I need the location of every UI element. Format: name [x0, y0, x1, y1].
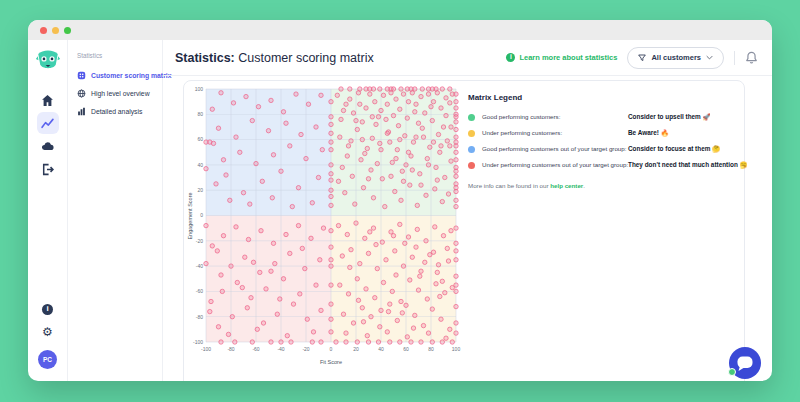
svg-text:-60: -60 [252, 346, 259, 352]
svg-text:-100: -100 [201, 346, 211, 352]
legend-row-under-out-of-target: Under performing customers out of your t… [468, 161, 736, 169]
more-info-text: More info can be found in our help cente… [468, 182, 736, 189]
legend-row-under-performing: Under performing customers: Be Aware! 🔥 [468, 129, 736, 137]
sidebar-item-customer-scoring-matrix[interactable]: Customer scoring matrix [77, 71, 162, 80]
info-button[interactable]: i [37, 298, 59, 320]
desktop-background: i ⚙ PC Statistics Customer scoring matri… [0, 0, 800, 402]
x-axis-label: Fit Score [320, 359, 342, 365]
svg-text:40: 40 [197, 162, 203, 168]
app-logo-icon [35, 47, 61, 73]
svg-text:20: 20 [353, 346, 359, 352]
svg-text:-80: -80 [196, 314, 203, 320]
sidebar-item-label: Customer scoring matrix [91, 72, 171, 79]
cloud-icon [41, 140, 54, 153]
info-circle-icon: i [506, 53, 515, 62]
settings-button[interactable]: ⚙ [37, 321, 59, 343]
yellow-dot-icon [468, 130, 475, 137]
icon-rail: i ⚙ PC [28, 40, 68, 381]
sidebar-item-high-level-overview[interactable]: High level overview [77, 89, 162, 98]
bell-icon[interactable] [745, 51, 758, 64]
user-avatar[interactable]: PC [38, 350, 57, 369]
info-icon: i [42, 304, 53, 315]
chevron-down-icon [706, 55, 713, 60]
svg-text:-40: -40 [277, 346, 284, 352]
matrix-icon [77, 71, 86, 80]
red-dot-icon [468, 162, 475, 169]
page-title: Statistics: Customer scoring matrix [175, 51, 374, 65]
scatter-chart: -100-80-60-40-20020406080100-100-80-60-4… [186, 83, 486, 379]
legend-row-good-out-of-target: Good performing customers out of your ta… [468, 145, 736, 153]
statistics-sidebar: Statistics Customer scoring matrix High … [68, 40, 163, 381]
svg-text:80: 80 [428, 346, 434, 352]
blue-dot-icon [468, 146, 475, 153]
page-header: Statistics: Customer scoring matrix i Le… [163, 40, 772, 76]
svg-text:0: 0 [200, 212, 203, 218]
sidebar-section-label: Statistics [77, 52, 162, 59]
traffic-light-close[interactable] [40, 27, 47, 34]
sidebar-item-label: Detailed analysis [91, 108, 142, 115]
svg-text:60: 60 [403, 346, 409, 352]
legend-title: Matrix Legend [468, 93, 736, 102]
svg-text:100: 100 [452, 346, 461, 352]
funnel-icon [638, 54, 646, 62]
online-status-dot [728, 368, 736, 376]
svg-text:-40: -40 [196, 263, 203, 269]
legend-row-good-performing: Good performing customers: Consider to u… [468, 113, 736, 121]
chat-widget-button[interactable] [728, 346, 762, 380]
sidebar-item-label: High level overview [91, 90, 150, 97]
export-icon [41, 163, 54, 176]
svg-text:100: 100 [195, 86, 204, 92]
sidebar-item-detailed-analysis[interactable]: Detailed analysis [77, 107, 162, 116]
svg-text:40: 40 [378, 346, 384, 352]
traffic-light-minimize[interactable] [52, 27, 59, 34]
bar-chart-icon [77, 107, 86, 116]
svg-text:-100: -100 [193, 339, 203, 345]
svg-text:-80: -80 [227, 346, 234, 352]
home-icon [41, 94, 54, 107]
svg-text:80: 80 [197, 111, 203, 117]
window-titlebar [28, 20, 772, 40]
main-area: Statistics: Customer scoring matrix i Le… [163, 40, 772, 381]
customer-filter-label: All customers [651, 53, 701, 62]
scatter-plot-svg[interactable]: -100-80-60-40-20020406080100-100-80-60-4… [186, 83, 486, 375]
svg-text:-20: -20 [302, 346, 309, 352]
svg-text:0: 0 [330, 346, 333, 352]
header-divider [734, 51, 735, 65]
green-dot-icon [468, 114, 475, 121]
analytics-button[interactable] [37, 112, 59, 134]
svg-text:60: 60 [197, 136, 203, 142]
export-button[interactable] [37, 158, 59, 180]
matrix-card: -100-80-60-40-20020406080100-100-80-60-4… [183, 80, 745, 381]
learn-more-link[interactable]: i Learn more about statistics [506, 53, 617, 62]
customer-filter-dropdown[interactable]: All customers [627, 47, 724, 69]
svg-text:20: 20 [197, 187, 203, 193]
home-button[interactable] [37, 89, 59, 111]
matrix-legend-panel: Matrix Legend Good performing customers:… [468, 93, 736, 189]
learn-more-label: Learn more about statistics [519, 53, 617, 62]
svg-text:-20: -20 [196, 238, 203, 244]
traffic-light-zoom[interactable] [64, 27, 71, 34]
content-area: -100-80-60-40-20020406080100-100-80-60-4… [163, 76, 772, 381]
y-axis-label: Engagement Score [187, 192, 193, 239]
cloud-button[interactable] [37, 135, 59, 157]
app-window: i ⚙ PC Statistics Customer scoring matri… [28, 20, 772, 381]
page-title-prefix: Statistics: [175, 51, 235, 65]
globe-icon [77, 89, 86, 98]
svg-text:-60: -60 [196, 288, 203, 294]
gear-icon: ⚙ [42, 326, 53, 338]
line-chart-icon [41, 117, 54, 130]
page-title-main: Customer scoring matrix [238, 51, 373, 65]
help-center-link[interactable]: help center [550, 182, 583, 189]
